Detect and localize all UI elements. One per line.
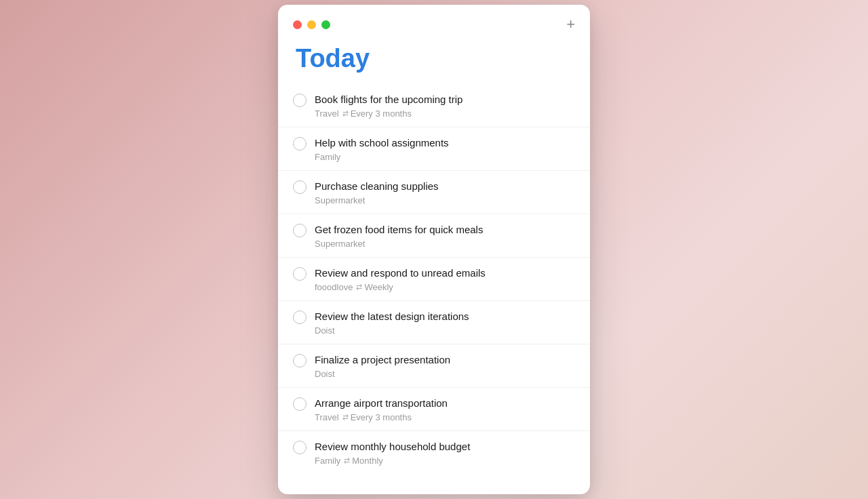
task-title: Review monthly household budget — [315, 439, 575, 454]
repeat-label: Every 3 months — [351, 412, 412, 422]
task-list: Book flights for the upcoming tripTravel… — [278, 84, 590, 474]
task-title: Review the latest design iterations — [315, 309, 575, 323]
page-title: Today — [278, 39, 590, 84]
task-checkbox[interactable] — [293, 267, 307, 281]
task-content: Help with school assignmentsFamily — [315, 136, 575, 162]
task-title: Arrange airport transportation — [315, 396, 575, 410]
task-item: Get frozen food items for quick mealsSup… — [278, 214, 590, 258]
task-category: Supermarket — [315, 195, 365, 205]
repeat-label: Monthly — [352, 456, 383, 466]
task-title: Get frozen food items for quick meals — [315, 222, 575, 237]
task-category: Doist — [315, 325, 335, 336]
task-title: Review and respond to unread emails — [315, 266, 575, 280]
task-category: fooodlove — [315, 282, 353, 292]
task-item: Purchase cleaning suppliesSupermarket — [278, 171, 590, 214]
close-button[interactable] — [293, 20, 302, 29]
task-checkbox[interactable] — [293, 311, 307, 324]
titlebar: + — [278, 5, 590, 39]
task-content: Review monthly household budgetFamily⇄Mo… — [315, 439, 575, 466]
task-category: Doist — [315, 369, 335, 379]
task-content: Get frozen food items for quick mealsSup… — [315, 222, 575, 249]
task-meta: Family — [315, 152, 575, 162]
task-item: Review and respond to unread emailsfoood… — [278, 258, 590, 301]
task-item: Book flights for the upcoming tripTravel… — [278, 84, 590, 127]
task-title: Finalize a project presentation — [315, 353, 575, 367]
maximize-button[interactable] — [321, 20, 330, 29]
task-checkbox[interactable] — [293, 397, 307, 411]
task-checkbox[interactable] — [293, 94, 307, 107]
repeat-icon: ⇄ — [356, 283, 362, 292]
task-repeat: ⇄Every 3 months — [342, 412, 412, 422]
task-checkbox[interactable] — [293, 224, 307, 237]
minimize-button[interactable] — [307, 20, 316, 29]
task-item: Review monthly household budgetFamily⇄Mo… — [278, 431, 590, 474]
task-meta: Travel⇄Every 3 months — [315, 108, 575, 119]
repeat-label: Weekly — [364, 282, 393, 292]
task-content: Purchase cleaning suppliesSupermarket — [315, 179, 575, 205]
task-content: Review and respond to unread emailsfoood… — [315, 266, 575, 292]
task-checkbox[interactable] — [293, 441, 307, 454]
task-meta: Supermarket — [315, 195, 575, 205]
task-title: Help with school assignments — [315, 136, 575, 150]
task-category: Family — [315, 456, 340, 466]
task-category: Travel — [315, 108, 339, 119]
task-meta: Doist — [315, 369, 575, 379]
task-title: Purchase cleaning supplies — [315, 179, 575, 193]
task-category: Travel — [315, 412, 339, 422]
task-checkbox[interactable] — [293, 354, 307, 367]
task-meta: Family⇄Monthly — [315, 456, 575, 466]
task-item: Arrange airport transportationTravel⇄Eve… — [278, 388, 590, 431]
task-category: Family — [315, 152, 340, 162]
task-meta: Supermarket — [315, 239, 575, 249]
task-item: Review the latest design iterationsDoist — [278, 301, 590, 344]
task-content: Arrange airport transportationTravel⇄Eve… — [315, 396, 575, 422]
task-repeat: ⇄Monthly — [344, 456, 383, 466]
repeat-label: Every 3 months — [351, 108, 412, 119]
repeat-icon: ⇄ — [344, 456, 350, 465]
task-repeat: ⇄Every 3 months — [342, 108, 412, 119]
task-checkbox[interactable] — [293, 137, 307, 151]
task-item: Finalize a project presentationDoist — [278, 344, 590, 388]
task-content: Book flights for the upcoming tripTravel… — [315, 92, 575, 119]
add-task-button[interactable]: + — [566, 17, 575, 32]
task-title: Book flights for the upcoming trip — [315, 92, 575, 106]
task-repeat: ⇄Weekly — [356, 282, 393, 292]
task-item: Help with school assignmentsFamily — [278, 127, 590, 171]
task-meta: Doist — [315, 325, 575, 336]
task-content: Finalize a project presentationDoist — [315, 353, 575, 379]
traffic-lights — [293, 20, 330, 29]
task-meta: Travel⇄Every 3 months — [315, 412, 575, 422]
task-category: Supermarket — [315, 239, 365, 249]
task-content: Review the latest design iterationsDoist — [315, 309, 575, 336]
app-window: + Today Book flights for the upcoming tr… — [278, 5, 590, 494]
task-checkbox[interactable] — [293, 180, 307, 194]
task-meta: fooodlove⇄Weekly — [315, 282, 575, 292]
repeat-icon: ⇄ — [342, 413, 349, 422]
repeat-icon: ⇄ — [342, 109, 349, 118]
